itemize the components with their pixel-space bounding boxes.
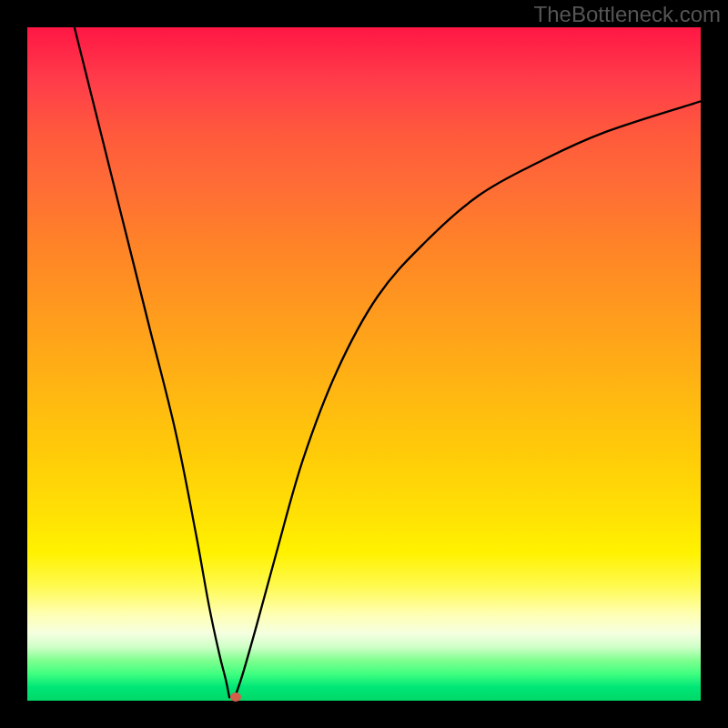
chart-plot-area <box>27 27 701 701</box>
watermark-text: TheBottleneck.com <box>534 2 721 27</box>
curve-left-branch <box>75 27 229 697</box>
curve-right-branch <box>236 101 701 693</box>
data-marker <box>230 693 241 702</box>
curve-svg <box>27 27 701 701</box>
